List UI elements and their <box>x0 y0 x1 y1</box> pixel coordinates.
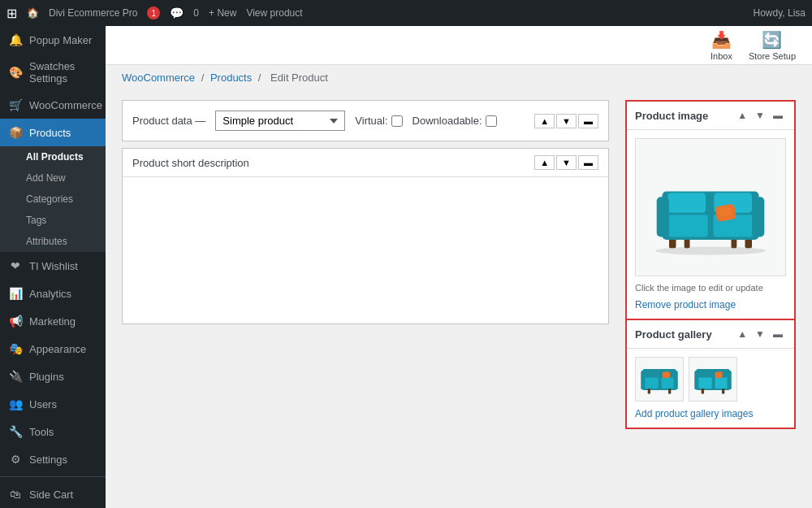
downloadable-label: Downloadable: <box>412 115 497 127</box>
gallery-thumb-sofa-1 <box>638 361 680 398</box>
breadcrumb-current: Edit Product <box>270 72 328 84</box>
sidebar-sub-attributes[interactable]: Attributes <box>0 231 106 252</box>
sidebar-item-ti-wishlist[interactable]: ❤ TI Wishlist <box>0 252 106 280</box>
downloadable-label-text: Downloadable: <box>412 115 482 127</box>
product-gallery-up-btn[interactable]: ▲ <box>734 327 750 341</box>
sidebar-item-woocommerce[interactable]: 🛒 WooCommerce <box>0 91 106 119</box>
breadcrumb-woocommerce[interactable]: WooCommerce <box>122 72 195 84</box>
sidebar: 🔔 Popup Maker 🎨 Swatches Settings 🛒 WooC… <box>0 26 106 508</box>
sidebar-item-products[interactable]: 📦 Products <box>0 119 106 146</box>
product-gallery-header: Product gallery ▲ ▼ ▬ <box>627 320 794 349</box>
product-data-row: Product data — Simple product Virtual: D… <box>132 111 598 131</box>
sidebar-item-settings[interactable]: ⚙ Settings <box>0 445 106 473</box>
sidebar-item-side-cart[interactable]: 🛍 Side Cart <box>0 480 106 508</box>
breadcrumb-products[interactable]: Products <box>210 72 252 84</box>
svg-rect-11 <box>657 197 669 237</box>
sidebar-item-tools[interactable]: 🔧 Tools <box>0 418 106 445</box>
sidebar-item-popup-maker[interactable]: 🔔 Popup Maker <box>0 26 106 54</box>
users-icon: 👥 <box>8 397 23 411</box>
svg-rect-32 <box>722 389 724 394</box>
product-type-select[interactable]: Simple product <box>215 111 345 131</box>
view-product-link[interactable]: View product <box>246 7 302 19</box>
products-icon: 📦 <box>8 125 23 140</box>
product-image-body: Click the image to edit or update Remove… <box>627 130 794 319</box>
add-gallery-images-link[interactable]: Add product gallery images <box>635 408 786 419</box>
product-data-box: Product data — Simple product Virtual: D… <box>122 100 609 141</box>
product-image-controls: ▲ ▼ ▬ <box>734 108 786 123</box>
site-icon: 🏠 <box>27 7 39 19</box>
inbox-button[interactable]: 📥 Inbox <box>710 30 732 61</box>
svg-rect-3 <box>685 238 690 248</box>
short-desc-toggle-btn[interactable]: ▬ <box>578 155 598 170</box>
sidebar-item-users[interactable]: 👥 Users <box>0 390 106 418</box>
product-gallery-controls: ▲ ▼ ▬ <box>734 327 786 341</box>
sidebar-sub-categories[interactable]: Categories <box>0 189 106 210</box>
sidebar-item-plugins[interactable]: 🔌 Plugins <box>0 363 106 390</box>
svg-rect-4 <box>732 238 737 248</box>
tools-icon: 🔧 <box>8 424 23 439</box>
sidebar-sub-all-products[interactable]: All Products <box>0 146 106 167</box>
svg-rect-30 <box>715 371 723 378</box>
product-image-container[interactable] <box>635 138 786 276</box>
product-image-down-btn[interactable]: ▼ <box>752 108 768 123</box>
gallery-thumb-2[interactable] <box>689 357 737 402</box>
sidebar-item-swatches[interactable]: 🎨 Swatches Settings <box>0 54 106 91</box>
sidebar-item-analytics[interactable]: 📊 Analytics <box>0 280 106 307</box>
sort-down-btn[interactable]: ▼ <box>556 114 577 128</box>
settings-icon: ⚙ <box>8 452 23 467</box>
product-gallery-toggle-btn[interactable]: ▬ <box>770 327 786 341</box>
breadcrumb: WooCommerce / Products / Edit Product <box>122 72 796 84</box>
sidebar-item-label: Appearance <box>29 343 86 355</box>
gallery-thumb-sofa-2 <box>692 361 734 398</box>
virtual-checkbox[interactable] <box>391 115 403 127</box>
sidebar-item-label: Users <box>29 398 57 410</box>
svg-rect-19 <box>641 370 645 389</box>
sidebar-item-marketing[interactable]: 📢 Marketing <box>0 307 106 335</box>
ti-wishlist-icon: ❤ <box>8 258 23 273</box>
store-setup-button[interactable]: 🔄 Store Setup <box>749 30 796 61</box>
sidebar-item-appearance[interactable]: 🎭 Appearance <box>0 335 106 363</box>
sidebar-item-label: Swatches Settings <box>29 60 97 85</box>
right-sidebar: Product image ▲ ▼ ▬ <box>625 100 796 495</box>
product-image-title: Product image <box>635 110 734 122</box>
product-gallery-panel: Product gallery ▲ ▼ ▬ <box>625 320 796 429</box>
svg-rect-21 <box>662 371 670 378</box>
sort-up-btn[interactable]: ▲ <box>534 114 555 128</box>
layout: 🔔 Popup Maker 🎨 Swatches Settings 🛒 WooC… <box>0 26 812 508</box>
user-greeting: Howdy, Lisa <box>754 7 806 19</box>
sidebar-item-label: WooCommerce <box>29 99 102 111</box>
product-data-body: Product data — Simple product Virtual: D… <box>123 101 608 141</box>
short-desc-up-btn[interactable]: ▲ <box>534 155 555 170</box>
product-image-up-btn[interactable]: ▲ <box>734 108 750 123</box>
sort-toggle-btn[interactable]: ▬ <box>578 114 598 128</box>
inbox-icon: 📥 <box>711 30 732 50</box>
svg-rect-9 <box>667 193 706 213</box>
product-image-sofa <box>641 154 780 260</box>
sidebar-sub-tags[interactable]: Tags <box>0 210 106 231</box>
short-desc-down-btn[interactable]: ▼ <box>556 155 577 170</box>
product-image-hint: Click the image to edit or update <box>635 283 786 293</box>
gallery-thumb-1[interactable] <box>635 357 684 402</box>
site-name-link[interactable]: Divi Ecommerce Pro <box>49 7 137 19</box>
woocommerce-icon: 🛒 <box>8 98 23 112</box>
admin-bar: ⊞ 🏠 Divi Ecommerce Pro 1 💬 0 + New View … <box>0 0 812 26</box>
downloadable-checkbox[interactable] <box>486 115 497 127</box>
sidebar-sub-add-new[interactable]: Add New <box>0 167 106 189</box>
sidebar-item-label: Side Cart <box>29 488 73 501</box>
svg-rect-29 <box>728 370 732 389</box>
sidebar-item-label: TI Wishlist <box>29 260 78 272</box>
product-gallery-down-btn[interactable]: ▼ <box>752 327 768 341</box>
svg-rect-23 <box>668 389 671 394</box>
marketing-icon: 📢 <box>8 314 23 328</box>
svg-rect-31 <box>702 389 704 394</box>
content-area: Product data — Simple product Virtual: D… <box>106 87 812 508</box>
update-count[interactable]: 1 <box>147 7 160 20</box>
store-setup-icon: 🔄 <box>762 30 782 50</box>
product-image-header: Product image ▲ ▼ ▬ <box>627 102 794 130</box>
remove-product-image-link[interactable]: Remove product image <box>635 296 786 310</box>
new-link[interactable]: + New <box>209 7 236 19</box>
product-image-toggle-btn[interactable]: ▬ <box>770 108 786 123</box>
plugins-icon: 🔌 <box>8 369 23 384</box>
main-panel: Product data — Simple product Virtual: D… <box>122 100 609 495</box>
svg-rect-27 <box>696 369 730 377</box>
